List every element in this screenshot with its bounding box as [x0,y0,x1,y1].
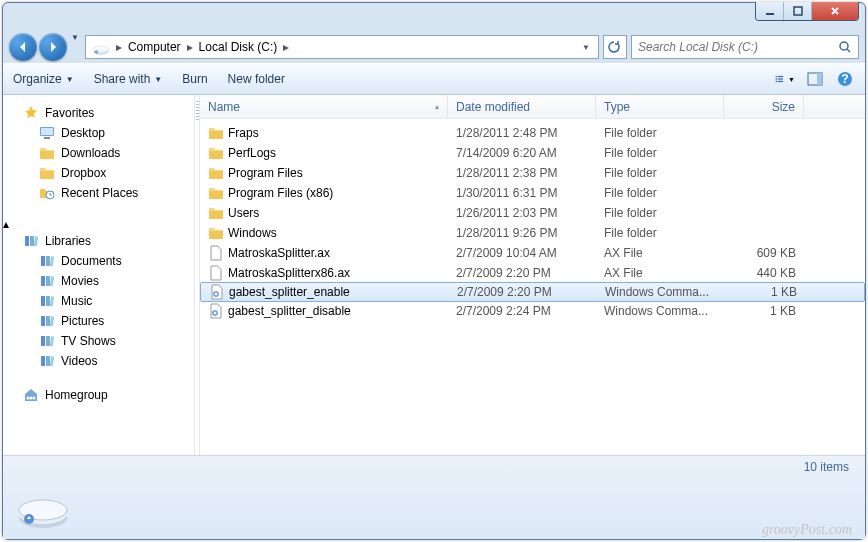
organize-menu[interactable]: Organize▼ [13,72,74,86]
file-date: 1/28/2011 2:38 PM [448,166,596,180]
refresh-button[interactable] [603,35,627,59]
sidebar-item-music[interactable]: Music [3,291,194,311]
maximize-button[interactable] [784,2,812,20]
svg-rect-18 [766,13,774,15]
search-box[interactable] [631,35,859,59]
drive-icon [92,38,110,56]
share-menu[interactable]: Share with▼ [94,72,163,86]
svg-rect-26 [778,81,783,82]
help-button[interactable] [835,70,855,88]
file-list-pane: Name▴ Date modified Type Size Fraps1/28/… [200,95,865,455]
file-type: Windows Comma... [596,304,724,318]
folder-icon [39,145,55,161]
file-row[interactable]: Program Files (x86)1/30/2011 6:31 PMFile… [200,183,865,203]
address-bar[interactable]: ▸ Computer ▸ Local Disk (C:) ▸ ▼ [85,35,599,59]
sidebar-item-tvshows[interactable]: TV Shows [3,331,194,351]
svg-rect-25 [776,81,778,82]
chevron-right-icon[interactable]: ▸ [185,40,195,54]
back-button[interactable] [9,33,37,61]
file-type: File folder [596,186,724,200]
folder-icon [208,225,224,241]
folder-icon [208,205,224,221]
sidebar-item-downloads[interactable]: Downloads [3,143,194,163]
file-row[interactable]: gabest_splitter_enable2/7/2009 2:20 PMWi… [200,282,865,302]
column-header-date[interactable]: Date modified [448,95,596,118]
file-row[interactable]: MatroskaSplitterx86.ax2/7/2009 2:20 PMAX… [200,263,865,283]
library-icon [39,293,55,309]
homegroup-icon [23,387,39,403]
file-type: File folder [596,206,724,220]
collapse-icon[interactable]: ▴ [3,217,9,231]
file-row[interactable]: gabest_splitter_disable2/7/2009 2:24 PMW… [200,301,865,321]
file-name: Program Files [228,166,303,180]
column-header-type[interactable]: Type [596,95,724,118]
sidebar-libraries[interactable]: Libraries [3,231,194,251]
sidebar-item-recent[interactable]: Recent Places [3,183,194,203]
file-row[interactable]: PerfLogs7/14/2009 6:20 AMFile folder [200,143,865,163]
file-date: 2/7/2009 2:24 PM [448,304,596,318]
file-row[interactable]: Users1/26/2011 2:03 PMFile folder [200,203,865,223]
search-input[interactable] [638,40,838,54]
sidebar-item-pictures[interactable]: Pictures [3,311,194,331]
svg-rect-23 [776,78,778,79]
folder-icon [208,145,224,161]
column-header-size[interactable]: Size [724,95,804,118]
address-dropdown[interactable]: ▼ [576,43,596,52]
file-date: 2/7/2009 2:20 PM [448,266,596,280]
desktop-icon [39,125,55,141]
navigation-pane: Favorites Desktop Downloads Dropbox Rece… [3,95,195,455]
file-name: gabest_splitter_disable [228,304,351,318]
sidebar-item-movies[interactable]: Movies [3,271,194,291]
file-type: AX File [596,246,724,260]
file-size: 1 KB [725,285,805,299]
watermark: groovyPost.com [762,522,852,538]
file-type: File folder [596,226,724,240]
file-date: 1/30/2011 6:31 PM [448,186,596,200]
folder-icon [208,165,224,181]
column-header-name[interactable]: Name▴ [200,95,448,118]
sort-asc-icon: ▴ [435,102,439,111]
folder-icon [208,185,224,201]
file-date: 7/14/2009 6:20 AM [448,146,596,160]
file-row[interactable]: Program Files1/28/2011 2:38 PMFile folde… [200,163,865,183]
svg-rect-22 [778,76,783,77]
toolbar: Organize▼ Share with▼ Burn New folder ▼ [3,63,865,95]
chevron-right-icon[interactable]: ▸ [281,40,291,54]
file-row[interactable]: Windows1/28/2011 9:26 PMFile folder [200,223,865,243]
file-type: Windows Comma... [597,285,725,299]
recent-icon [39,185,55,201]
file-date: 1/28/2011 9:26 PM [448,226,596,240]
forward-button[interactable] [39,33,67,61]
library-icon [39,353,55,369]
burn-button[interactable]: Burn [182,72,207,86]
library-icon [39,313,55,329]
file-name: gabest_splitter_enable [229,285,350,299]
new-folder-button[interactable]: New folder [228,72,285,86]
sidebar-favorites[interactable]: Favorites [3,103,194,123]
close-button[interactable] [812,2,858,20]
file-name: Users [228,206,259,220]
file-type: File folder [596,166,724,180]
breadcrumb-computer[interactable]: Computer [124,36,185,58]
preview-pane-toggle[interactable] [805,70,825,88]
sidebar-item-dropbox[interactable]: Dropbox [3,163,194,183]
sidebar-item-videos[interactable]: Videos [3,351,194,371]
view-options[interactable]: ▼ [775,70,795,88]
details-pane: 10 items [3,455,865,539]
file-name: MatroskaSplitterx86.ax [228,266,350,280]
library-icon [39,253,55,269]
drive-large-icon [15,476,71,532]
sidebar-homegroup[interactable]: Homegroup [3,385,194,405]
item-count: 10 items [15,460,853,474]
sidebar-item-desktop[interactable]: Desktop [3,123,194,143]
nav-history-dropdown[interactable]: ▼ [69,33,81,61]
minimize-button[interactable] [756,2,784,20]
breadcrumb-localdisk[interactable]: Local Disk (C:) [195,36,282,58]
file-row[interactable]: Fraps1/28/2011 2:48 PMFile folder [200,123,865,143]
file-type: File folder [596,126,724,140]
file-row[interactable]: MatroskaSplitter.ax2/7/2009 10:04 AMAX F… [200,243,865,263]
chevron-right-icon[interactable]: ▸ [114,40,124,54]
sidebar-item-documents[interactable]: Documents [3,251,194,271]
file-date: 2/7/2009 2:20 PM [449,285,597,299]
file-size: 609 KB [724,246,804,260]
